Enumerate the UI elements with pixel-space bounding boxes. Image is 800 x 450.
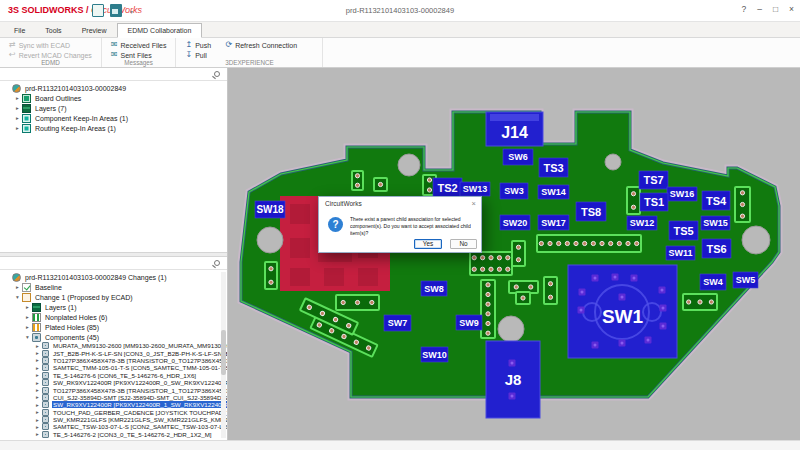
component-label-SW8[interactable]: SW8 bbox=[421, 281, 447, 296]
tree-item-component[interactable]: ▸JST_B2B-PH-K-S-LF-SN [CON3_0_JST_B2B-PH… bbox=[0, 349, 227, 356]
tree-item-baseline[interactable]: ▸Baseline bbox=[0, 282, 227, 292]
component-label-SW9[interactable]: SW9 bbox=[456, 315, 482, 330]
tree-item-change-1[interactable]: ▾Change 1 (Proposed by ECAD) bbox=[0, 292, 227, 302]
component-label-TS5[interactable]: TS5 bbox=[669, 221, 698, 240]
component-label-TS3[interactable]: TS3 bbox=[539, 158, 568, 177]
expand-arrow-icon[interactable]: ▾ bbox=[24, 334, 31, 340]
tree-item-layers[interactable]: ▸Layers (7) bbox=[0, 103, 227, 113]
help-icon[interactable]: ? bbox=[741, 4, 746, 14]
component-label-TS1[interactable]: TS1 bbox=[640, 193, 668, 211]
search-icon[interactable] bbox=[214, 71, 220, 77]
component-label-SW7[interactable]: SW7 bbox=[384, 315, 411, 331]
component-label-TS2[interactable]: TS2 bbox=[433, 178, 462, 197]
expand-arrow-icon[interactable]: ▸ bbox=[14, 115, 21, 121]
tree-item-component[interactable]: ▸SAMTEC_TSW-103-07-L-S [CON2_SAMTEC_TSW-… bbox=[0, 423, 227, 430]
expand-arrow-icon[interactable]: ▸ bbox=[24, 324, 31, 330]
expand-arrow-icon[interactable]: ▸ bbox=[34, 424, 41, 430]
tree-item-nonplated-holes[interactable]: ▸Nonplated Holes (6) bbox=[0, 312, 227, 322]
component-label-SW15[interactable]: SW15 bbox=[701, 216, 730, 230]
tree-item-component[interactable]: ▸SAMTEC_TMM-105-01-T-S [CON5_SAMTEC_TMM-… bbox=[0, 364, 227, 371]
component-label-SW13[interactable]: SW13 bbox=[460, 182, 490, 196]
component-label-SW5[interactable]: SW5 bbox=[733, 272, 758, 288]
tree-root-product[interactable]: prd-R1132101403103-00002849 bbox=[0, 83, 227, 93]
tree-item-component[interactable]: ▸TE_5-146276-6 [CON6_TE_5-146276-6_HDR_1… bbox=[0, 372, 227, 379]
no-button[interactable]: No bbox=[450, 239, 477, 249]
tree-search-bar[interactable] bbox=[0, 68, 227, 81]
expand-arrow-icon[interactable]: ▸ bbox=[34, 409, 41, 415]
refresh-connection-button[interactable]: ⟳Refresh Connection bbox=[223, 40, 311, 50]
connector-J14[interactable]: J14 bbox=[486, 112, 543, 146]
component-label-SW17[interactable]: SW17 bbox=[538, 215, 569, 230]
dialog-close-icon[interactable]: × bbox=[472, 199, 476, 208]
ribbon-group-messages: ✉Received Files✉Sent FilesMessages bbox=[102, 38, 177, 67]
component-label-TS4[interactable]: TS4 bbox=[702, 191, 730, 210]
tree-item-routing-keepin[interactable]: ▸Routing Keep-In Areas (1) bbox=[0, 123, 227, 133]
tree-item-component[interactable]: ▸SW_RK9XV122400R [PK9XV122400R_0_SW_RK9X… bbox=[0, 379, 227, 386]
expand-arrow-icon[interactable]: ▸ bbox=[14, 105, 21, 111]
expand-arrow-icon[interactable]: ▸ bbox=[34, 343, 41, 349]
expand-arrow-icon[interactable]: ▸ bbox=[34, 372, 41, 378]
tree-item-component-keepin[interactable]: ▸Component Keep-In Areas (1) bbox=[0, 113, 227, 123]
tree-item-component[interactable]: ▸MURATA_MM9130-2600 [MM9130-2600_MURATA_… bbox=[0, 342, 227, 349]
expand-arrow-icon[interactable]: ▸ bbox=[34, 431, 41, 437]
expand-arrow-icon[interactable]: ▸ bbox=[14, 125, 21, 131]
expand-arrow-icon[interactable]: ▾ bbox=[14, 294, 21, 300]
tree-item-component[interactable]: ▸TOUCH_PAD_GERBER_CADENCE [JOYSTICK TOUC… bbox=[0, 409, 227, 416]
component-label-SW18[interactable]: SW18 bbox=[255, 201, 285, 218]
tree-item-component[interactable]: ▸TO127P386X458X478-3B [TRANSISTOR_1_TO12… bbox=[0, 386, 227, 393]
changes-search-bar[interactable] bbox=[0, 257, 227, 270]
tree-item-component[interactable]: ▸CUI_SJ2-35894D-SMT [SJ2-35894D-SMT_CUI_… bbox=[0, 394, 227, 401]
expand-arrow-icon[interactable]: ▸ bbox=[34, 402, 41, 408]
close-icon[interactable]: × bbox=[789, 4, 794, 14]
component-label-TS6[interactable]: TS6 bbox=[702, 239, 731, 258]
expand-arrow-icon[interactable]: ▸ bbox=[34, 417, 41, 423]
pad-strip bbox=[627, 187, 640, 214]
tab-tools[interactable]: Tools bbox=[35, 24, 71, 37]
tab-file[interactable]: File bbox=[4, 24, 35, 37]
connector-J8[interactable]: J8 bbox=[486, 341, 540, 418]
expand-arrow-icon[interactable]: ▸ bbox=[24, 314, 31, 320]
component-label-TS8[interactable]: TS8 bbox=[576, 202, 606, 221]
question-icon: ? bbox=[328, 217, 343, 232]
tree-item-component[interactable]: ▸SW_KMR221GLFS [KMR221GLFS_SW_KMR221GLFS… bbox=[0, 416, 227, 423]
tree-root-changes[interactable]: prd-R1132101403103-00002849 Changes (1) bbox=[0, 272, 227, 282]
expand-arrow-icon[interactable]: ▸ bbox=[34, 387, 41, 393]
scrollbar-track[interactable] bbox=[221, 272, 226, 438]
tree-item-component-selected[interactable]: ▸SW_RK9XV122400R [PK9XV122400R_1_SW_RK9X… bbox=[0, 401, 227, 408]
board-preview-area[interactable]: J14SW1J8SW6TS3TS2SW13SW3SW14SW20SW17TS8S… bbox=[228, 68, 800, 440]
received-files-button[interactable]: ✉Received Files bbox=[109, 40, 169, 50]
component-label-TS7[interactable]: TS7 bbox=[639, 171, 668, 189]
component-label-SW6[interactable]: SW6 bbox=[503, 149, 533, 165]
push-button[interactable]: ↥Push bbox=[183, 40, 223, 50]
component-label-SW14[interactable]: SW14 bbox=[538, 185, 569, 199]
component-label-SW3[interactable]: SW3 bbox=[500, 183, 528, 199]
search-icon[interactable] bbox=[214, 260, 220, 266]
maximize-icon[interactable]: □ bbox=[773, 4, 778, 14]
yes-button[interactable]: Yes bbox=[414, 239, 442, 249]
expand-arrow-icon[interactable]: ▸ bbox=[14, 95, 21, 101]
component-label-SW12[interactable]: SW12 bbox=[627, 216, 657, 230]
component-label-SW4[interactable]: SW4 bbox=[700, 274, 726, 290]
component-label-SW20[interactable]: SW20 bbox=[500, 215, 530, 230]
minimize-icon[interactable]: – bbox=[757, 4, 762, 14]
tree-item-components[interactable]: ▾Components (45) bbox=[0, 332, 227, 342]
component-label-SW16[interactable]: SW16 bbox=[667, 187, 697, 201]
tree-item-component[interactable]: ▸TO127P386X458X478-3B [TRANSISTOR_0_TO12… bbox=[0, 357, 227, 364]
tree-item-plated-holes[interactable]: ▸Plated Holes (85) bbox=[0, 322, 227, 332]
tab-edmd-collaboration[interactable]: EDMD Collaboration bbox=[117, 23, 203, 38]
component-label-SW11[interactable]: SW11 bbox=[666, 246, 695, 260]
expand-arrow-icon[interactable]: ▸ bbox=[34, 394, 41, 400]
tab-preview[interactable]: Preview bbox=[72, 24, 117, 37]
tree-item-board-outlines[interactable]: ▸Board Outlines bbox=[0, 93, 227, 103]
expand-arrow-icon[interactable]: ▸ bbox=[14, 284, 21, 290]
expand-arrow-icon[interactable]: ▸ bbox=[34, 380, 41, 386]
expand-arrow-icon[interactable]: ▸ bbox=[34, 350, 41, 356]
tree-item-layers[interactable]: ▸Layers (1) bbox=[0, 302, 227, 312]
scrollbar-thumb[interactable] bbox=[221, 330, 226, 375]
expand-arrow-icon[interactable]: ▸ bbox=[34, 365, 41, 371]
component-label-SW10[interactable]: SW10 bbox=[421, 347, 448, 362]
expand-arrow-icon[interactable]: ▸ bbox=[34, 357, 41, 363]
tree-item-component[interactable]: ▸TE_5-146276-2 [CON3_0_TE_5-146276-2_HDR… bbox=[0, 431, 227, 438]
connector-SW1[interactable]: SW1 bbox=[568, 265, 677, 358]
expand-arrow-icon[interactable]: ▸ bbox=[24, 304, 31, 310]
